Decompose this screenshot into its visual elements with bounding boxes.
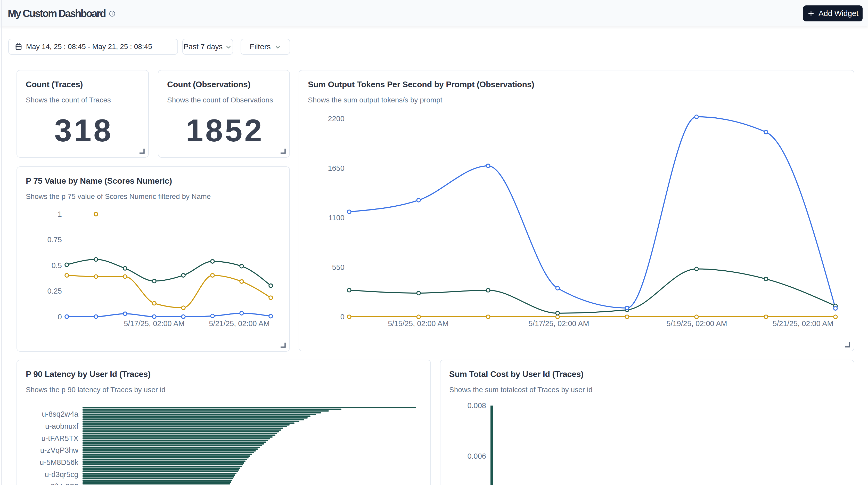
svg-text:5/21/25, 02:00 AM: 5/21/25, 02:00 AM: [209, 320, 270, 328]
svg-text:5/17/25, 02:00 AM: 5/17/25, 02:00 AM: [124, 320, 184, 328]
svg-text:5/19/25, 02:00 AM: 5/19/25, 02:00 AM: [666, 320, 727, 328]
svg-text:u-d3qr5cg: u-d3qr5cg: [44, 470, 79, 479]
svg-text:u-aobnuxf: u-aobnuxf: [45, 422, 79, 430]
svg-text:u-8fVa9T3: u-8fVa9T3: [44, 482, 79, 485]
svg-text:1: 1: [58, 210, 62, 218]
svg-text:u-8sq2w4a: u-8sq2w4a: [42, 410, 79, 418]
svg-text:2200: 2200: [328, 115, 344, 123]
svg-text:1100: 1100: [329, 214, 344, 222]
svg-text:0.25: 0.25: [48, 287, 62, 295]
svg-text:0.006: 0.006: [467, 452, 486, 460]
svg-text:u-tFAR5TX: u-tFAR5TX: [41, 434, 79, 443]
svg-text:1650: 1650: [328, 164, 344, 172]
svg-text:0.5: 0.5: [52, 261, 62, 270]
svg-text:0.75: 0.75: [48, 236, 62, 244]
svg-text:0.008: 0.008: [467, 401, 486, 410]
svg-text:0: 0: [58, 313, 62, 321]
svg-text:0: 0: [340, 313, 344, 321]
svg-text:5/15/25, 02:00 AM: 5/15/25, 02:00 AM: [388, 320, 448, 328]
svg-text:5/17/25, 02:00 AM: 5/17/25, 02:00 AM: [528, 320, 589, 328]
svg-text:550: 550: [332, 263, 344, 271]
svg-text:5/21/25, 02:00 AM: 5/21/25, 02:00 AM: [773, 320, 833, 328]
svg-text:u-5M8D56k: u-5M8D56k: [40, 458, 79, 466]
svg-text:u-zVqP3hw: u-zVqP3hw: [40, 446, 79, 454]
